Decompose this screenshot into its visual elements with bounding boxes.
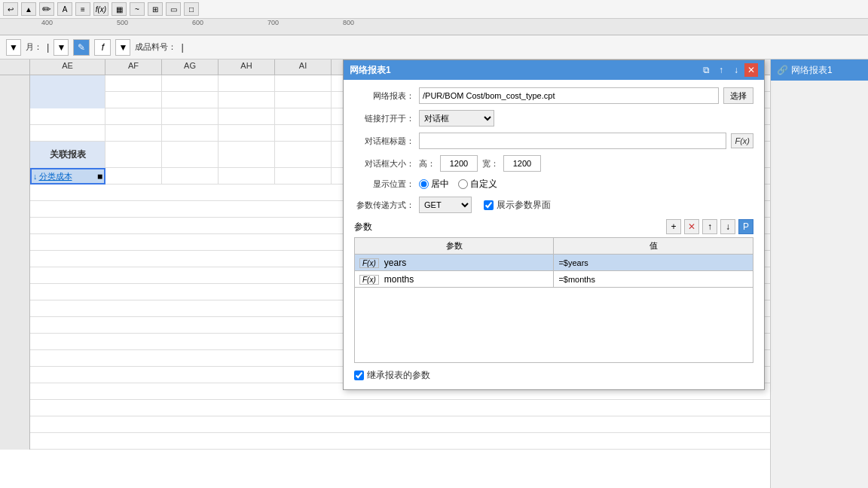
params-p-btn[interactable]: P bbox=[738, 219, 753, 234]
ruler-mark-500: 500 bbox=[117, 19, 128, 26]
dialog-copy-btn[interactable]: ⧉ bbox=[699, 63, 713, 77]
dialog-title-buttons: ⧉ ↑ ↓ ✕ bbox=[699, 63, 758, 77]
select-dropdown3[interactable]: ▼ bbox=[115, 39, 130, 56]
month-label: 月： bbox=[26, 41, 42, 53]
width-input[interactable] bbox=[503, 155, 541, 172]
display-pos-label: 显示位置： bbox=[354, 178, 414, 190]
params-table: 参数 值 F(x) years =$years bbox=[354, 237, 753, 288]
dialog-title-row: 对话框标题： F(x) bbox=[354, 133, 753, 149]
dialog-title-input[interactable] bbox=[419, 133, 726, 149]
paint-btn[interactable]: ✏ bbox=[39, 2, 54, 16]
height-label: 高： bbox=[419, 158, 436, 169]
link-open-label: 链接打开于： bbox=[354, 113, 414, 124]
list-btn[interactable]: ≡ bbox=[75, 2, 90, 16]
dialog-body: 网络报表： 选择 链接打开于： 对话框 对话框标题： F(x) bbox=[344, 80, 764, 389]
select-dropdown2[interactable]: ▼ bbox=[53, 39, 69, 56]
table-btn[interactable]: ⊞ bbox=[148, 2, 163, 16]
resize-handle-icon[interactable]: ◼ bbox=[97, 172, 102, 180]
dialog: 网络报表1 ⧉ ↑ ↓ ✕ 网络报表： 选择 链接打开于： bbox=[343, 59, 765, 390]
display-pos-radios: 居中 自定义 bbox=[419, 178, 497, 191]
params-section: 参数 + ✕ ↑ ↓ P 参数 bbox=[354, 219, 753, 363]
right-panel-icon: 🔗 bbox=[777, 65, 788, 75]
params-col-header-param: 参数 bbox=[355, 238, 554, 255]
display-pos-row: 显示位置： 居中 自定义 bbox=[354, 178, 753, 191]
dialog-titlebar: 网络报表1 ⧉ ↑ ↓ ✕ bbox=[344, 60, 764, 80]
show-params-checkbox[interactable] bbox=[484, 200, 494, 210]
params-empty-area bbox=[354, 288, 753, 363]
params-months-fx-btn[interactable]: F(x) bbox=[359, 275, 379, 285]
merged-cell-label: 关联报表 bbox=[30, 142, 105, 168]
radio-custom-label: 自定义 bbox=[470, 178, 497, 191]
width-label: 宽： bbox=[482, 158, 499, 169]
col-header-AE: AE bbox=[30, 59, 105, 75]
params-row-months-value: =$months bbox=[554, 271, 753, 288]
top-btn[interactable]: ▲ bbox=[21, 2, 36, 16]
params-down-btn[interactable]: ↓ bbox=[720, 219, 735, 234]
dialog-size-label: 对话框大小： bbox=[354, 158, 414, 169]
dialog-down-btn[interactable]: ↓ bbox=[729, 63, 743, 77]
square-btn[interactable]: □ bbox=[184, 2, 199, 16]
radio-center-input[interactable] bbox=[419, 179, 429, 189]
params-method-row: 参数传递方式： GET 展示参数界面 bbox=[354, 197, 753, 213]
dialog-size-row: 对话框大小： 高： 宽： bbox=[354, 155, 753, 172]
params-row-years-param: F(x) years bbox=[355, 255, 554, 271]
link-text: 分类成本 bbox=[39, 171, 72, 182]
col-header-AF: AF bbox=[105, 59, 162, 75]
radio-center-label: 居中 bbox=[431, 178, 449, 191]
params-row-years-value: =$years bbox=[554, 255, 753, 271]
params-row-years[interactable]: F(x) years =$years bbox=[355, 255, 753, 271]
dialog-title-fx-btn[interactable]: F(x) bbox=[731, 133, 753, 148]
ruler-mark-700: 700 bbox=[267, 19, 279, 26]
params-method-select[interactable]: GET bbox=[419, 197, 472, 213]
undo-btn[interactable]: ↩ bbox=[3, 2, 18, 16]
radio-custom-input[interactable] bbox=[458, 179, 468, 189]
select-dropdown[interactable]: ▼ bbox=[6, 39, 21, 56]
right-panel-header: 🔗 网络报表1 bbox=[771, 59, 868, 81]
col-header-AH: AH bbox=[219, 59, 275, 75]
month-bar: | bbox=[47, 41, 49, 53]
link-open-select[interactable]: 对话框 bbox=[419, 110, 494, 127]
text-btn[interactable]: A bbox=[57, 2, 72, 16]
params-section-label: 参数 bbox=[354, 221, 372, 233]
right-panel-title: 网络报表1 bbox=[791, 64, 833, 77]
product-label: 成品料号： bbox=[135, 41, 176, 53]
col-header-AI: AI bbox=[275, 59, 332, 75]
inherit-row: 继承报表的参数 bbox=[354, 369, 753, 382]
select-btn[interactable]: 选择 bbox=[723, 87, 753, 104]
params-add-btn[interactable]: + bbox=[666, 219, 681, 234]
params-row-months[interactable]: F(x) months =$months bbox=[355, 271, 753, 288]
wave-btn[interactable]: ~ bbox=[130, 2, 145, 16]
ruler-mark-600: 600 bbox=[192, 19, 203, 26]
rect-btn[interactable]: ▭ bbox=[166, 2, 181, 16]
params-delete-btn[interactable]: ✕ bbox=[684, 219, 699, 234]
controls-bar: ▼ 月： | ▼ ✎ f ▼ 成品料号： | bbox=[0, 35, 868, 59]
radio-custom[interactable]: 自定义 bbox=[458, 178, 497, 191]
params-col-header-value: 值 bbox=[554, 238, 753, 255]
dialog-close-btn[interactable]: ✕ bbox=[744, 63, 758, 77]
params-method-label: 参数传递方式： bbox=[354, 200, 414, 211]
pencil-icon[interactable]: ✎ bbox=[73, 39, 90, 56]
params-years-label: years bbox=[384, 258, 406, 268]
dialog-up-btn[interactable]: ↑ bbox=[714, 63, 728, 77]
main-toolbar: ↩ ▲ ✏ A ≡ f(x) ▦ ~ ⊞ ▭ □ bbox=[0, 0, 868, 19]
right-panel: 🔗 网络报表1 bbox=[770, 59, 868, 488]
height-input[interactable] bbox=[440, 155, 478, 172]
fx-btn[interactable]: f(x) bbox=[93, 2, 108, 16]
dialog-title-label: 对话框标题： bbox=[354, 136, 414, 147]
grid-btn[interactable]: ▦ bbox=[112, 2, 127, 16]
show-params-label: 展示参数界面 bbox=[497, 199, 551, 212]
params-header: 参数 + ✕ ↑ ↓ P bbox=[354, 219, 753, 234]
params-years-fx-btn[interactable]: F(x) bbox=[359, 258, 379, 268]
params-row-months-param: F(x) months bbox=[355, 271, 554, 288]
ruler-mark-400: 400 bbox=[41, 19, 53, 26]
dialog-title: 网络报表1 bbox=[350, 64, 391, 77]
show-params-checkbox-label[interactable]: 展示参数界面 bbox=[484, 199, 551, 212]
link-open-row: 链接打开于： 对话框 bbox=[354, 110, 753, 127]
network-report-input[interactable] bbox=[419, 87, 719, 104]
linked-cell[interactable]: ↓ 分类成本 ◼ bbox=[30, 168, 105, 185]
params-toolbar: + ✕ ↑ ↓ P bbox=[666, 219, 753, 234]
params-up-btn[interactable]: ↑ bbox=[702, 219, 717, 234]
fx-icon[interactable]: f bbox=[94, 39, 111, 56]
inherit-checkbox[interactable] bbox=[354, 371, 364, 380]
radio-center[interactable]: 居中 bbox=[419, 178, 449, 191]
